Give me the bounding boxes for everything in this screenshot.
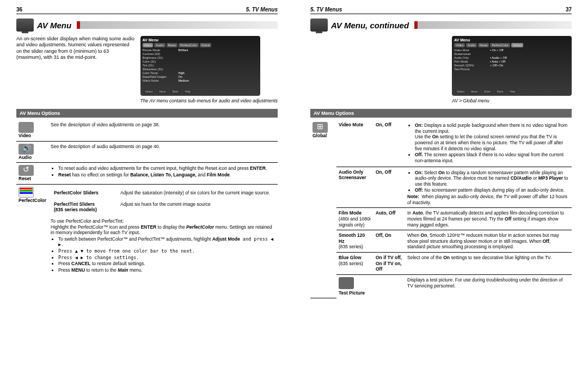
s120-label: Smooth 120 Hz [339, 232, 365, 244]
opt-row-smooth-120: Smooth 120 Hz(835 series) Off, On When O… [310, 230, 572, 253]
chapter-label: 5. TV Menus [310, 7, 342, 13]
opt-row-reset: Reset To reset audio and video adjustmen… [16, 163, 278, 185]
intro-text: An on-screen slider displays when making… [16, 36, 135, 103]
video-label: Video [19, 133, 46, 139]
pc-highlight: Highlight the PerfectColor™ icon and pre… [51, 224, 275, 236]
opt-row-test-picture: Test Picture Displays a test picture. Fo… [310, 274, 572, 298]
opt-row-video-mute: Global Video Mute On, Off On: Displays a… [310, 120, 572, 167]
pc-use: To use PerfectColor and PerfecTint: [51, 218, 275, 224]
bg-sub: (835 series) [339, 261, 363, 266]
reset-label: Reset [19, 176, 46, 182]
global-label: Global [313, 133, 334, 139]
s120-desc: When On, Smooth 120Hz™ reduces motion bl… [405, 230, 572, 253]
page-right: 5. TV Menus 37 AV Menu, continued AV Men… [294, 0, 588, 380]
opt-row-video: Video See the description of video adjus… [16, 120, 278, 141]
screenshot-rows: Picture Mode:Brilliant Contrast (63): Br… [143, 48, 258, 82]
global-menu-screenshot: AV Menu Video Audio Reset PerfectColor G… [452, 36, 572, 96]
pc-subtable: PerfectColor Sliders Adjust the saturati… [51, 187, 275, 216]
tv-icon [16, 19, 34, 32]
bg-val: On if TV off, On if TV on, Off [373, 253, 405, 275]
audio-desc: See the description of audio adjustments… [48, 141, 278, 163]
screenshot-col: AV Menu Video Audio Reset PerfectColor G… [140, 36, 278, 103]
opt-row-film-mode: Film Mode(480i and 1080i signals only) A… [310, 208, 572, 230]
perfectcolor-icon [19, 187, 34, 198]
page-left: 36 5. TV Menus AV Menu An on-screen slid… [0, 0, 294, 380]
video-desc: See the description of video adjustments… [48, 120, 278, 141]
s120-val: Off, On [373, 230, 405, 253]
speakers-icon [19, 144, 34, 155]
ao-label: Audio Only Screensaver [336, 167, 373, 208]
options-header: AV Menu Options [310, 109, 572, 118]
fm-sub: (480i and 1080i signals only) [339, 216, 371, 228]
global-icon [313, 122, 328, 133]
perfectcolor-label: PerfectColor [19, 198, 46, 204]
reset-icon [19, 165, 34, 176]
ao-bullets: On: Select On to display a random screen… [415, 170, 569, 194]
ao-val: On, Off [373, 167, 405, 208]
tab-perfectcolor: PerfectColor [179, 43, 199, 47]
reset-bullets: To reset audio and video adjustments for… [58, 166, 275, 177]
intro-row: An on-screen slider displays when making… [16, 36, 278, 103]
test-picture-icon [339, 277, 354, 289]
tp-desc: Displays a test picture. For use during … [405, 274, 572, 298]
screenshot-footer: Select Move Back Help [144, 89, 257, 94]
section-bar: AV Menu [16, 19, 278, 32]
screenshot-rows: Video Mute• On ○ Off Screensaver Audio O… [454, 48, 569, 71]
section-bar: AV Menu, continued [310, 19, 572, 32]
opt-row-audio: Audio See the description of audio adjus… [16, 141, 278, 163]
screenshot-tabs: Video Audio Reset PerfectColor Global [454, 43, 569, 47]
page-number: 37 [566, 7, 572, 13]
page-header-left: 36 5. TV Menus [16, 7, 278, 14]
av-menu-screenshot: AV Menu Video Audio Reset PerfectColor G… [140, 36, 260, 96]
tv-icon [310, 19, 328, 32]
fm-val: Auto, Off [373, 208, 405, 230]
section-title: AV Menu [37, 21, 71, 30]
vm-val: On, Off [373, 120, 405, 167]
options-header: AV Menu Options [16, 109, 278, 118]
vm-bullets: On: Displays a solid purple background w… [415, 122, 569, 163]
options-table: Video See the description of video adjus… [16, 120, 278, 275]
tp-label: Test Picture [339, 290, 365, 296]
tab-reset: Reset [167, 43, 177, 47]
tab-audio: Audio [154, 43, 165, 47]
opt-row-blue-glow: Blue Glow(835 series) On if TV off, On i… [310, 253, 572, 275]
pc-bullets: To switch between PerfectColor™ and Perf… [58, 236, 275, 273]
bg-label: Blue Glow [339, 255, 362, 260]
page-header-right: 5. TV Menus 37 [310, 7, 572, 14]
page-number: 36 [16, 7, 22, 13]
options-table-right: Global Video Mute On, Off On: Displays a… [310, 120, 572, 298]
bg-desc: Select one of the On settings to see dec… [405, 253, 572, 275]
opt-row-audio-only: Audio Only Screensaver On, Off On: Selec… [310, 167, 572, 208]
fm-desc: In Auto, the TV automatically detects an… [405, 208, 572, 230]
audio-label: Audio [19, 155, 46, 161]
video-icon [19, 122, 34, 133]
opt-row-perfectcolor: PerfectColor PerfectColor Sliders Adjust… [16, 185, 278, 276]
chapter-label: 5. TV Menus [246, 7, 278, 13]
tab-video: Video [143, 43, 154, 47]
s120-sub: (835 series) [339, 244, 363, 249]
accent-bar [414, 21, 572, 29]
screenshot-title: AV Menu [143, 38, 258, 42]
section-title: AV Menu, continued [331, 21, 409, 30]
fm-label: Film Mode [339, 210, 362, 216]
screenshot-caption: AV > Global menu [452, 98, 572, 103]
screenshot-tabs: Video Audio Reset PerfectColor Global [143, 43, 258, 47]
screenshot-title: AV Menu [454, 38, 569, 42]
right-intro: AV Menu Video Audio Reset PerfectColor G… [310, 36, 572, 103]
accent-bar [77, 21, 278, 29]
screenshot-footer: Select Move Enter Back Help [455, 89, 568, 94]
vm-label: Video Mute [336, 120, 373, 167]
tab-global: Global [200, 43, 212, 47]
ao-note: Note: When playing an audio-only device,… [407, 194, 569, 205]
screenshot-caption: The AV menu contains sub-menus for audio… [140, 98, 278, 103]
